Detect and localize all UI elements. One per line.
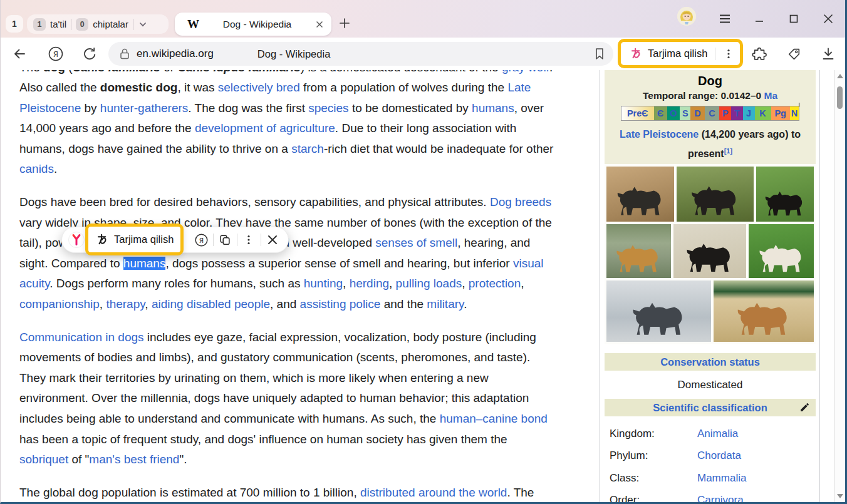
reload-icon[interactable] [77,41,102,66]
wiki-link[interactable]: visual [513,257,544,270]
wiki-link[interactable]: pulling loads [396,277,462,290]
timescale-segment[interactable]: K [755,106,771,120]
popup-close-icon[interactable] [264,230,282,249]
infobox-photo-black-white-dog-in-grass[interactable] [677,167,754,222]
text-run: , dogs possess a superior sense of smell… [165,257,512,270]
tab-group-label[interactable]: chiptalar [93,19,128,29]
lock-icon[interactable] [118,47,131,61]
chevron-down-icon[interactable] [138,19,148,29]
yandex-services-icon[interactable]: Я [43,41,68,66]
hiragana-a-icon [96,233,109,246]
infobox-photo-mottled-black-dog-on-dirt[interactable] [606,167,674,222]
infobox-photo-brown-dog-with-puppies-on-sand[interactable] [714,280,814,342]
scrollbar-thumb[interactable] [837,86,843,109]
infobox-photo-long-haired-black-white-dog[interactable] [756,167,814,222]
scientific-classification-header[interactable]: Scientific classification [605,399,816,416]
taxonomy-value-link[interactable]: Animalia [697,428,738,440]
wiki-link[interactable]: gray wolf [502,70,549,74]
wiki-link[interactable]: protection [469,277,521,290]
active-tab[interactable]: W Dog - Wikipedia [175,13,331,36]
popup-translate-button[interactable]: Tarjima qilish [85,224,184,255]
wiki-link[interactable]: therapy [106,297,145,311]
text-run: , [521,277,524,290]
wiki-link[interactable]: distributed around the world [360,486,507,499]
close-window-button[interactable] [811,6,845,31]
wiki-link[interactable]: acuity [19,277,49,290]
download-icon[interactable] [816,41,841,66]
timescale-segment[interactable]: D [690,106,704,120]
timescale-segment[interactable]: PreЄ [621,106,654,120]
timescale-segment[interactable]: T [731,106,742,120]
wiki-link[interactable]: aiding disabled people [152,297,270,311]
wiki-link[interactable]: herding [350,277,389,290]
conservation-status-header[interactable]: Conservation status [605,353,816,371]
scrollbar[interactable] [834,70,845,502]
text-run: humans, dogs have gained the ability to … [19,142,291,155]
minimize-button[interactable] [742,6,776,31]
address-bar[interactable]: en.wikipedia.org Dog - Wikipedia [108,42,613,66]
avatar[interactable] [677,7,696,26]
reference-link[interactable]: [1] [724,147,732,155]
wiki-link[interactable]: species [308,101,348,115]
infobox-photo-black-dog-in-snowfield[interactable] [673,224,747,278]
wiki-link[interactable]: humans [472,101,514,115]
wiki-link[interactable]: senses of smell [375,236,457,249]
wiki-link[interactable]: Dog breeds [490,195,551,208]
wiki-link[interactable]: development of agriculture [195,121,335,135]
scroll-up-arrow[interactable] [837,74,843,78]
timescale-segment[interactable]: S [680,106,690,120]
temporal-range-detail: Late Pleistocene (14,200 years ago) to p… [605,126,816,162]
yandex-search-icon[interactable]: Я [192,230,210,249]
timescale-segment[interactable]: N [790,106,799,120]
extensions-puzzle-icon[interactable] [747,41,772,66]
wiki-link[interactable]: starch [291,142,324,155]
wiki-link[interactable]: companionship [19,297,100,311]
edit-pencil-icon[interactable] [799,402,810,413]
wiki-link[interactable]: hunter-gatherers [100,101,188,115]
conservation-status-value: Domesticated [605,371,816,399]
hiragana-a-icon [630,47,643,60]
wiki-link[interactable]: Pleistocene [19,101,81,115]
wiki-link[interactable]: sobriquet [19,453,68,466]
wiki-link[interactable]: selectively bred [218,81,300,94]
wiki-link[interactable]: Ma [764,90,778,101]
wiki-link[interactable]: assisting police [300,297,381,311]
popup-kebab-icon[interactable] [240,230,258,249]
tab-group-label[interactable]: ta'til [50,19,66,29]
tab-close-icon[interactable] [315,20,324,29]
taxonomy-value-link[interactable]: Mammalia [697,472,746,485]
timescale-segment[interactable]: Є [654,106,667,120]
toolbar-translate-button[interactable]: Tarjima qilish [618,39,743,68]
new-tab-button[interactable] [335,14,354,33]
wiki-link[interactable]: canids [19,162,54,175]
translate-kebab-icon[interactable] [723,48,734,59]
wiki-link[interactable]: hunting [304,277,343,290]
infobox-photo-white-brown-terrier-on-lawn[interactable] [749,224,814,278]
taxonomy-value-link[interactable]: Carnivora [697,494,744,504]
maximize-button[interactable] [776,6,811,31]
text-run: -rich diet that would be inadequate for … [324,142,554,155]
timescale-segment[interactable]: O [667,106,680,120]
bookmark-icon[interactable] [593,46,606,61]
browser-menu-icon[interactable] [707,6,742,31]
timescale-segment[interactable]: J [743,106,755,120]
scroll-down-arrow[interactable] [837,494,843,498]
timescale-segment[interactable]: P [719,106,731,120]
collections-tag-icon[interactable] [781,41,806,66]
copy-icon[interactable] [216,230,234,249]
timescale-segment[interactable]: C [705,106,720,120]
back-icon[interactable] [7,41,32,66]
taxonomy-value-link[interactable]: Chordata [697,450,741,462]
wiki-link[interactable]: human–canine bond [440,412,548,425]
wiki-link[interactable]: Communication in dogs [19,331,144,344]
timescale-segment[interactable]: Pg [771,106,790,120]
wiki-link[interactable]: Late [507,81,531,94]
infobox-photo-golden-retriever-in-water[interactable] [606,224,671,278]
wiki-link[interactable]: military [427,297,464,311]
wiki-link[interactable]: Late Pleistocene [620,129,699,140]
tab-groups-pill[interactable]: 1 ta'til 0 chiptalar [27,14,169,34]
tab-group-indicator[interactable]: 1 [6,15,23,33]
infobox-photo-husky-sled-dogs-in-snow[interactable] [606,280,711,342]
address-page-title: Dog - Wikipedia [257,48,593,60]
wiki-link[interactable]: man's best friend [89,453,179,466]
